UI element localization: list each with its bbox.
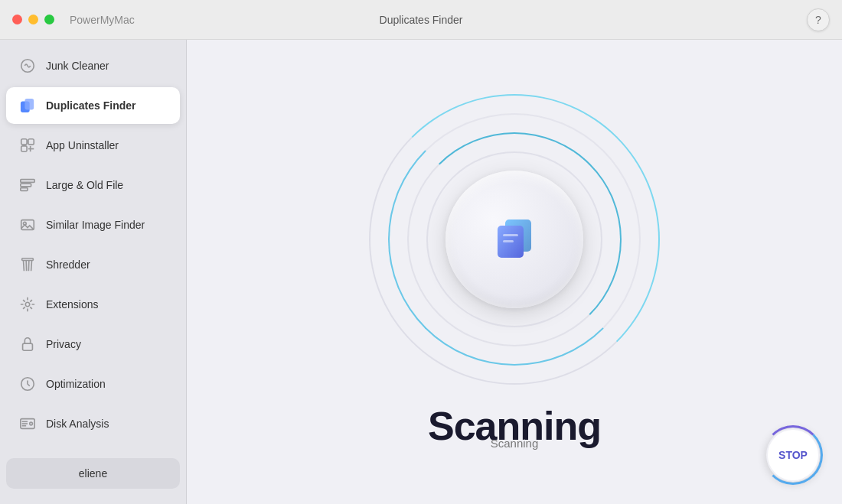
svg-rect-9 bbox=[21, 184, 31, 187]
duplicates-finder-icon bbox=[18, 96, 37, 115]
privacy-icon bbox=[18, 335, 37, 353]
svg-rect-15 bbox=[23, 343, 33, 350]
maximize-button[interactable] bbox=[44, 15, 54, 24]
svg-rect-8 bbox=[21, 180, 34, 183]
optimization-icon bbox=[18, 375, 37, 393]
junk-cleaner-icon bbox=[18, 57, 37, 75]
stop-ring bbox=[763, 425, 823, 485]
disk-analysis-icon bbox=[18, 415, 37, 433]
sidebar-item-app-uninstaller[interactable]: App Uninstaller bbox=[6, 127, 180, 164]
sidebar-item-label: Junk Cleaner bbox=[46, 60, 109, 72]
minimize-button[interactable] bbox=[28, 15, 38, 24]
sidebar-item-label: Disk Analysis bbox=[46, 418, 109, 430]
page-title: Duplicates Finder bbox=[380, 14, 463, 26]
sidebar-item-junk-cleaner[interactable]: Junk Cleaner bbox=[6, 47, 180, 84]
sidebar-item-label: Duplicates Finder bbox=[46, 99, 135, 112]
stop-button[interactable]: STOP bbox=[765, 428, 821, 483]
sidebar-item-extensions[interactable]: Extensions bbox=[6, 286, 180, 323]
sidebar-item-label: Shredder bbox=[46, 259, 90, 271]
svg-rect-4 bbox=[28, 139, 34, 145]
close-button[interactable] bbox=[12, 15, 22, 24]
similar-image-finder-icon bbox=[18, 216, 37, 234]
svg-rect-10 bbox=[21, 188, 28, 191]
traffic-lights bbox=[12, 15, 54, 24]
extensions-icon bbox=[18, 295, 37, 314]
sidebar-item-duplicates-finder[interactable]: Duplicates Finder bbox=[6, 87, 180, 124]
sidebar-item-label: Large & Old File bbox=[46, 179, 123, 191]
sidebar-item-label: Extensions bbox=[46, 298, 98, 311]
ring-4 bbox=[426, 151, 602, 327]
sidebar-item-similar-image-finder[interactable]: Similar Image Finder bbox=[6, 206, 180, 243]
shredder-icon bbox=[18, 255, 37, 274]
rings-container bbox=[369, 94, 660, 385]
sidebar-item-label: Privacy bbox=[46, 338, 81, 350]
app-name: PowerMyMac bbox=[70, 14, 135, 26]
scan-container: Scanning Scanning bbox=[369, 94, 660, 450]
sidebar-item-shredder[interactable]: Shredder bbox=[6, 246, 180, 283]
sidebar-footer: eliene bbox=[0, 449, 186, 498]
sidebar-item-disk-analysis[interactable]: Disk Analysis bbox=[6, 405, 180, 442]
content-area: Scanning Scanning STOP bbox=[187, 40, 842, 504]
sidebar-item-large-old-file[interactable]: Large & Old File bbox=[6, 167, 180, 203]
main-layout: Junk Cleaner Duplicates Finder App U bbox=[0, 40, 842, 504]
svg-rect-2 bbox=[25, 99, 33, 109]
large-old-file-icon bbox=[18, 176, 37, 194]
svg-rect-13 bbox=[22, 259, 34, 261]
app-uninstaller-icon bbox=[18, 136, 37, 154]
svg-point-18 bbox=[30, 422, 33, 425]
stop-button-container: STOP bbox=[765, 428, 821, 483]
sidebar-item-label: Similar Image Finder bbox=[46, 219, 145, 231]
titlebar: PowerMyMac Duplicates Finder ? bbox=[0, 0, 842, 40]
sidebar-item-optimization[interactable]: Optimization bbox=[6, 366, 180, 402]
svg-rect-5 bbox=[21, 146, 27, 151]
sidebar-item-privacy[interactable]: Privacy bbox=[6, 326, 180, 363]
sidebar-item-label: App Uninstaller bbox=[46, 139, 119, 151]
scan-text-container: Scanning Scanning bbox=[428, 403, 601, 450]
sidebar-item-label: Optimization bbox=[46, 378, 106, 390]
sidebar: Junk Cleaner Duplicates Finder App U bbox=[0, 40, 187, 504]
svg-rect-3 bbox=[21, 139, 27, 145]
help-button[interactable]: ? bbox=[807, 8, 830, 31]
svg-point-14 bbox=[25, 302, 30, 307]
user-button[interactable]: eliene bbox=[6, 458, 180, 489]
